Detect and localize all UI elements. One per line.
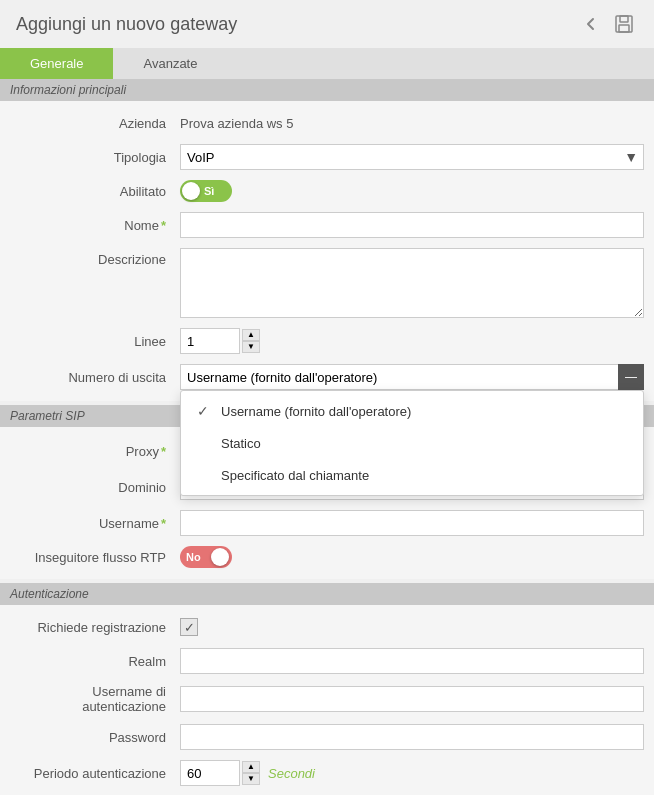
descrizione-input[interactable] xyxy=(180,248,644,318)
realm-input[interactable] xyxy=(180,648,644,674)
value-azienda: Prova azienda ws 5 xyxy=(180,116,293,131)
toggle-on-label: Sì xyxy=(204,185,214,197)
label-abilitato: Abilitato xyxy=(10,184,180,199)
row-realm: Realm xyxy=(0,643,654,679)
numero-uscita-arrow-icon[interactable]: — xyxy=(618,364,644,390)
username-required-star: * xyxy=(161,516,166,531)
dropdown-item-username[interactable]: ✓ Username (fornito dall'operatore) xyxy=(181,395,643,427)
label-numero-uscita: Numero di uscita xyxy=(10,370,180,385)
svg-rect-2 xyxy=(619,25,629,32)
label-linee: Linee xyxy=(10,334,180,349)
row-periodo-auth: Periodo autenticazione ▲ ▼ Secondi xyxy=(0,755,654,791)
password-input[interactable] xyxy=(180,724,644,750)
secondi-label: Secondi xyxy=(268,766,315,781)
richiede-reg-checkbox[interactable]: ✓ xyxy=(180,618,198,636)
periodo-auth-spinner-buttons: ▲ ▼ xyxy=(242,761,260,785)
back-button[interactable] xyxy=(576,10,604,38)
abilitato-toggle[interactable]: Sì xyxy=(180,180,232,202)
section-informazioni-body: Azienda Prova azienda ws 5 Tipologia VoI… xyxy=(0,101,654,401)
label-descrizione: Descrizione xyxy=(10,248,180,267)
linee-input[interactable] xyxy=(180,328,240,354)
proxy-required-star: * xyxy=(161,444,166,459)
row-username-sip: Username* xyxy=(0,505,654,541)
row-azienda: Azienda Prova azienda ws 5 xyxy=(0,107,654,139)
dropdown-item-label: Username (fornito dall'operatore) xyxy=(221,404,411,419)
row-richiede-registrazione: Richiede registrazione ✓ xyxy=(0,611,654,643)
label-password: Password xyxy=(10,730,180,745)
row-numero-uscita: Numero di uscita — ✓ Username (fornito d… xyxy=(0,359,654,395)
numero-uscita-wrapper: — ✓ Username (fornito dall'operatore) ✓ … xyxy=(180,364,644,390)
periodo-auth-spinner: ▲ ▼ Secondi xyxy=(180,760,315,786)
richiede-reg-checkbox-wrapper: ✓ xyxy=(180,618,198,636)
page-title: Aggiungi un nuovo gateway xyxy=(16,14,237,35)
label-realm: Realm xyxy=(10,654,180,669)
numero-uscita-dropdown: ✓ Username (fornito dall'operatore) ✓ St… xyxy=(180,390,644,496)
check-icon: ✓ xyxy=(197,403,213,419)
label-azienda: Azienda xyxy=(10,116,180,131)
linee-spinner-buttons: ▲ ▼ xyxy=(242,329,260,353)
abilitato-toggle-wrapper: Sì xyxy=(180,180,232,202)
label-richiede-registrazione: Richiede registrazione xyxy=(10,620,180,635)
row-abilitato: Abilitato Sì xyxy=(0,175,654,207)
numero-uscita-input[interactable] xyxy=(180,364,644,390)
dropdown-item-statico[interactable]: ✓ Statico xyxy=(181,427,643,459)
svg-rect-1 xyxy=(620,16,628,22)
label-inseguitore-rtp: Inseguitore flusso RTP xyxy=(10,550,180,565)
tab-avanzate[interactable]: Avanzate xyxy=(113,48,227,79)
save-button[interactable] xyxy=(610,10,638,38)
section-informazioni: Informazioni principali Azienda Prova az… xyxy=(0,79,654,401)
page-header: Aggiungi un nuovo gateway xyxy=(0,0,654,48)
tipologia-select-wrapper: VoIP ▼ xyxy=(180,144,644,170)
label-periodo-auth: Periodo autenticazione xyxy=(10,766,180,781)
toggle-no-knob xyxy=(211,548,229,566)
periodo-auth-input[interactable] xyxy=(180,760,240,786)
section-informazioni-header: Informazioni principali xyxy=(0,79,654,101)
inseguitore-rtp-toggle-wrapper: No xyxy=(180,546,232,568)
dropdown-item-chiamante[interactable]: ✓ Specificato dal chiamante xyxy=(181,459,643,491)
dropdown-item-label-chiamante: Specificato dal chiamante xyxy=(221,468,369,483)
periodo-auth-up-button[interactable]: ▲ xyxy=(242,761,260,773)
section-autenticazione-header: Autenticazione xyxy=(0,583,654,605)
dropdown-item-label-statico: Statico xyxy=(221,436,261,451)
row-descrizione: Descrizione xyxy=(0,243,654,323)
inseguitore-rtp-toggle[interactable]: No xyxy=(180,546,232,568)
row-nome: Nome* xyxy=(0,207,654,243)
nome-required-star: * xyxy=(161,218,166,233)
username-sip-input[interactable] xyxy=(180,510,644,536)
toggle-no-label: No xyxy=(186,551,201,563)
linee-spinner: ▲ ▼ xyxy=(180,328,260,354)
linee-down-button[interactable]: ▼ xyxy=(242,341,260,353)
toggle-knob xyxy=(182,182,200,200)
linee-up-button[interactable]: ▲ xyxy=(242,329,260,341)
row-tipologia: Tipologia VoIP ▼ xyxy=(0,139,654,175)
row-inseguitore-rtp: Inseguitore flusso RTP No xyxy=(0,541,654,573)
label-nome: Nome* xyxy=(10,218,180,233)
page-container: Aggiungi un nuovo gateway Generale Avanz… xyxy=(0,0,654,795)
section-autenticazione-body: Richiede registrazione ✓ Realm Username … xyxy=(0,605,654,795)
tab-generale[interactable]: Generale xyxy=(0,48,113,79)
username-auth-input[interactable] xyxy=(180,686,644,712)
label-username-auth: Username di autenticazione xyxy=(10,684,180,714)
label-dominio: Dominio xyxy=(10,480,180,495)
row-password: Password xyxy=(0,719,654,755)
nome-input[interactable] xyxy=(180,212,644,238)
label-tipologia: Tipologia xyxy=(10,150,180,165)
tipologia-select[interactable]: VoIP xyxy=(180,144,644,170)
tab-bar: Generale Avanzate xyxy=(0,48,654,79)
section-autenticazione: Autenticazione Richiede registrazione ✓ … xyxy=(0,583,654,795)
label-username-sip: Username* xyxy=(10,516,180,531)
label-proxy: Proxy* xyxy=(10,444,180,459)
row-linee: Linee ▲ ▼ xyxy=(0,323,654,359)
header-icons xyxy=(576,10,638,38)
row-username-auth: Username di autenticazione xyxy=(0,679,654,719)
periodo-auth-down-button[interactable]: ▼ xyxy=(242,773,260,785)
